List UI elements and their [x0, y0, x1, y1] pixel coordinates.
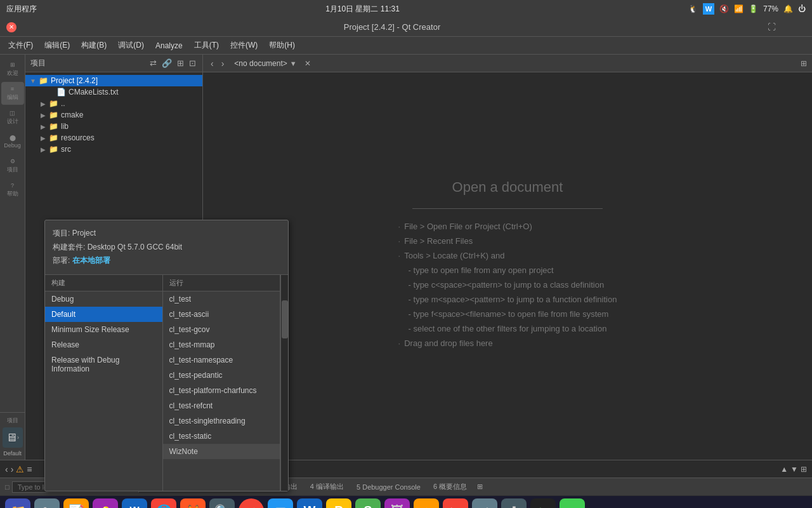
menu-tools[interactable]: 工具(T)	[189, 38, 224, 53]
taskbar-photos[interactable]: 🖼	[384, 498, 410, 509]
taskbar-files[interactable]: 📁	[5, 498, 30, 509]
taskbar-spreadsheet[interactable]: S	[355, 498, 381, 509]
tree-item-parent[interactable]: ▶ 📁 ..	[25, 98, 202, 109]
tab-prev-button[interactable]: ‹	[208, 57, 216, 70]
scroll-down-icon[interactable]: ▼	[790, 465, 798, 474]
taskbar-wps[interactable]: W	[297, 498, 322, 509]
taskbar-chrome[interactable]: 🌐	[151, 498, 176, 509]
taskbar-email[interactable]: ✉	[268, 498, 293, 509]
taskbar-video[interactable]: ▶	[443, 498, 468, 509]
popup-build-min-release[interactable]: Minimum Size Release	[45, 322, 162, 337]
popup-scrollbar[interactable]	[280, 275, 288, 491]
sidebar-item-welcome[interactable]: ⊞ 欢迎	[1, 58, 24, 81]
taskbar-wps-p[interactable]: P	[326, 498, 351, 509]
popup-run-cl-test-refcnt[interactable]: cl_test-refcnt	[163, 398, 280, 413]
status-checkbox[interactable]: □	[5, 483, 10, 491]
menu-bar: 文件(F) 编辑(E) 构建(B) 调试(D) Analyze 工具(T) 控件…	[0, 37, 812, 55]
taskbar-search[interactable]: 🔍	[209, 498, 235, 509]
sidebar-item-debug[interactable]: ⬤ Debug	[1, 130, 24, 153]
tree-item-project[interactable]: ▼ 📁 Project [2.4.2]	[25, 75, 202, 86]
taskbar-word[interactable]: W	[122, 498, 147, 509]
sync-icon[interactable]: ⇄	[148, 57, 158, 69]
panel-title: 项目	[30, 58, 146, 69]
mute-icon: 🔇	[719, 4, 729, 13]
close-panel-icon[interactable]: ⊡	[188, 57, 197, 69]
menu-analyze[interactable]: Analyze	[150, 39, 188, 52]
taskbar-switch[interactable]: ⇄	[472, 498, 497, 509]
sidebar-item-help[interactable]: ? 帮助	[1, 178, 24, 201]
taskbar-editor[interactable]: 📝	[63, 498, 89, 509]
tree-item-resources[interactable]: ▶ 📁 resources	[25, 132, 202, 144]
taskbar-firefox[interactable]: 🦊	[180, 498, 206, 509]
menu-edit[interactable]: 编辑(E)	[39, 38, 75, 53]
datetime-label: 1月10日 星期二 11:31	[325, 4, 400, 15]
scrollbar-thumb[interactable]	[282, 300, 288, 338]
popup-run-cl-test-static[interactable]: cl_test-static	[163, 429, 280, 444]
files-icon: 📁	[10, 504, 26, 509]
taskbar-qt[interactable]: Qt	[560, 498, 585, 509]
popup-build-default[interactable]: Default	[45, 307, 162, 322]
sidebar-item-design[interactable]: ◫ 设计	[1, 106, 24, 129]
popup-run-cl-test-mmap[interactable]: cl_test-mmap	[163, 337, 280, 352]
split-icon[interactable]: ⊞	[176, 57, 185, 69]
popup-build-debug[interactable]: Debug	[45, 291, 162, 307]
wifi-icon: 📶	[734, 4, 743, 13]
issues-expand-icon[interactable]: ⊞	[801, 465, 807, 474]
split-editor-icon[interactable]: ⊞	[801, 59, 807, 68]
hint-2: · File > Recent Files	[398, 236, 617, 246]
sidebar-item-edit[interactable]: ≡ 编辑	[1, 82, 24, 105]
close-button[interactable]: ✕	[6, 22, 16, 32]
terminal-icon: $_	[538, 506, 549, 509]
popup-run-cl-test-namespace[interactable]: cl_test-namespace	[163, 352, 280, 368]
issues-prev-button[interactable]: ‹	[5, 464, 8, 474]
popup-run-wiznote[interactable]: WizNote	[163, 444, 280, 459]
taskbar-download[interactable]: ⬇	[501, 498, 527, 509]
tab-next-button[interactable]: ›	[219, 57, 227, 70]
tree-item-cmake[interactable]: ▶ 📁 cmake	[25, 109, 202, 121]
tab-select-icon[interactable]: ▼	[290, 60, 297, 67]
issues-next-button[interactable]: ›	[11, 464, 14, 474]
git-icon: ⎇	[246, 506, 256, 509]
tree-label-parent: ..	[61, 99, 200, 108]
debug-label: Debug	[4, 142, 21, 149]
popup-run-cl-test[interactable]: cl_test	[163, 291, 280, 307]
scroll-up-icon[interactable]: ▲	[780, 465, 788, 474]
menu-help[interactable]: 帮助(H)	[264, 38, 300, 53]
taskbar-terminal[interactable]: $_	[530, 498, 556, 509]
status-tab-debugger[interactable]: 5 Debugger Console	[351, 481, 426, 493]
popup-run-cl-test-single[interactable]: cl_test-singlethreading	[163, 413, 280, 429]
popup-deploy-label: 部署:	[53, 256, 70, 265]
popup-run-cl-test-gcov[interactable]: cl_test-gcov	[163, 322, 280, 337]
popup-build-release[interactable]: Release	[45, 337, 162, 352]
link-icon[interactable]: 🔗	[160, 57, 173, 69]
status-tab-overview[interactable]: 6 概要信息	[428, 480, 472, 493]
chrome-icon: 🌐	[156, 504, 172, 509]
tree-label-src: src	[61, 145, 200, 154]
popup-build-config: 项目: Project 构建套件: Desktop Qt 5.7.0 GCC 6…	[44, 220, 289, 491]
popup-run-cl-test-pedantic[interactable]: cl_test-pedantic	[163, 368, 280, 383]
tree-item-lib[interactable]: ▶ 📁 lib	[25, 121, 202, 132]
popup-build-release-debug[interactable]: Release with Debug Information	[45, 352, 162, 377]
taskbar-git[interactable]: ⎇	[239, 498, 264, 509]
tree-item-cmake-lists[interactable]: 📄 CMakeLists.txt	[25, 86, 202, 98]
popup-run-cl-test-platform[interactable]: cl_test-platform-charfuncs	[163, 383, 280, 398]
menu-debug[interactable]: 调试(D)	[113, 38, 149, 53]
taskbar-music[interactable]: ♪	[414, 498, 439, 509]
project-monitor-icon[interactable]: 🖥 ›	[3, 427, 23, 448]
status-expand-icon[interactable]: ⊞	[477, 483, 483, 491]
sidebar-icons: ⊞ 欢迎 ≡ 编辑 ◫ 设计 ⬤ Debug ⚙ 项目 ? 帮助 项目 🖥	[0, 55, 25, 460]
status-tab-compile[interactable]: 4 编译输出	[305, 480, 349, 493]
taskbar-ide[interactable]: 💡	[93, 498, 118, 509]
menu-file[interactable]: 文件(F)	[3, 38, 38, 53]
menu-controls[interactable]: 控件(W)	[225, 38, 263, 53]
popup-info: 项目: Project 构建套件: Desktop Qt 5.7.0 GCC 6…	[45, 220, 288, 275]
menu-build[interactable]: 构建(B)	[76, 38, 112, 53]
filter-icon[interactable]: ≡	[27, 464, 32, 474]
popup-run-cl-test-ascii[interactable]: cl_test-ascii	[163, 307, 280, 322]
sidebar-item-project[interactable]: ⚙ 项目	[1, 154, 24, 177]
taskbar-filemanager[interactable]: 🗂	[34, 498, 60, 509]
wps-p-icon: P	[334, 504, 343, 508]
panel-header-icons: ⇄ 🔗 ⊞ ⊡	[148, 57, 197, 69]
tree-item-src[interactable]: ▶ 📁 src	[25, 144, 202, 155]
tab-close-button[interactable]: ✕	[304, 59, 311, 68]
